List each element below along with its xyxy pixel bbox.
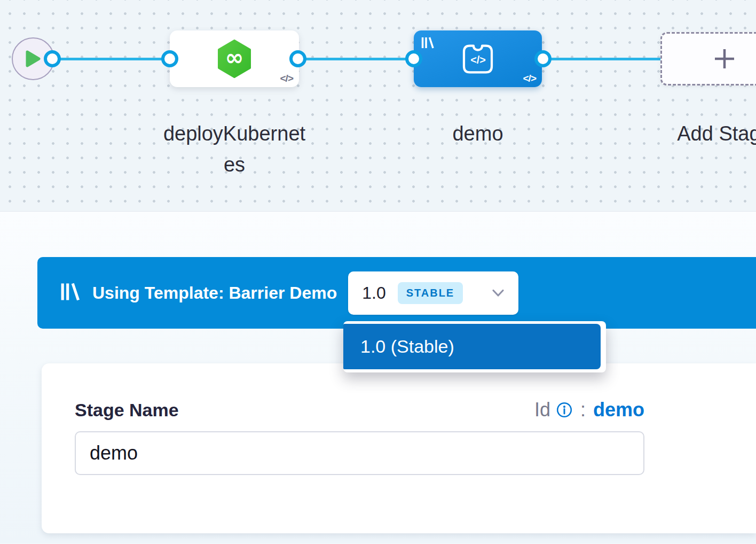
stage-details-panel: Using Template: Barrier Demo 1.0 STABLE … [0, 212, 756, 543]
play-icon [26, 50, 41, 67]
harness-deploy-icon: ∞ [217, 40, 252, 78]
connector-edge [298, 58, 414, 60]
stage-label-deploykubernetes: deployKubernetes [160, 118, 309, 180]
info-icon[interactable] [556, 401, 573, 418]
id-colon: : [580, 399, 586, 421]
connector-port[interactable] [405, 50, 422, 67]
custom-stage-icon: </> [462, 44, 494, 74]
pipeline-canvas[interactable]: ∞ </> </> </> deployKubernetes demo A [0, 0, 756, 212]
chevron-down-icon [492, 289, 505, 297]
id-label: Id [534, 399, 550, 421]
stage-id-row: Id : demo [534, 399, 644, 421]
version-option-1-0-stable[interactable]: 1.0 (Stable) [343, 324, 601, 369]
plus-icon [712, 46, 737, 71]
svg-text:</>: </> [470, 54, 486, 66]
connector-port[interactable] [44, 50, 61, 67]
template-icon [60, 281, 80, 305]
code-icon: </> [280, 73, 293, 84]
template-banner-title: Using Template: Barrier Demo [92, 283, 337, 303]
stage-node-demo[interactable]: </> </> [414, 30, 542, 87]
stage-label-demo: demo [414, 118, 542, 149]
stage-name-label: Stage Name [75, 400, 179, 421]
version-dropdown-menu: 1.0 (Stable) [343, 321, 606, 372]
connector-edge [543, 58, 662, 60]
connector-port[interactable] [534, 50, 552, 67]
add-stage-label: Add Stage [660, 118, 756, 149]
stage-name-input[interactable] [75, 431, 644, 475]
code-icon: </> [523, 73, 536, 84]
svg-text:∞: ∞ [225, 44, 244, 71]
add-stage-button[interactable] [660, 32, 756, 86]
using-template-banner: Using Template: Barrier Demo 1.0 STABLE [37, 257, 756, 329]
connector-port[interactable] [161, 50, 178, 67]
template-version: 1.0 [362, 283, 385, 303]
connector-edge [52, 58, 170, 60]
connector-port[interactable] [289, 50, 306, 67]
template-icon [421, 36, 435, 52]
stable-badge: STABLE [398, 282, 463, 304]
stage-node-deploykubernetes[interactable]: ∞ </> [170, 30, 299, 87]
stage-overview-card: Stage Name Id : demo [42, 363, 756, 533]
stage-id-value: demo [593, 399, 644, 421]
template-version-selector[interactable]: 1.0 STABLE [348, 271, 518, 315]
